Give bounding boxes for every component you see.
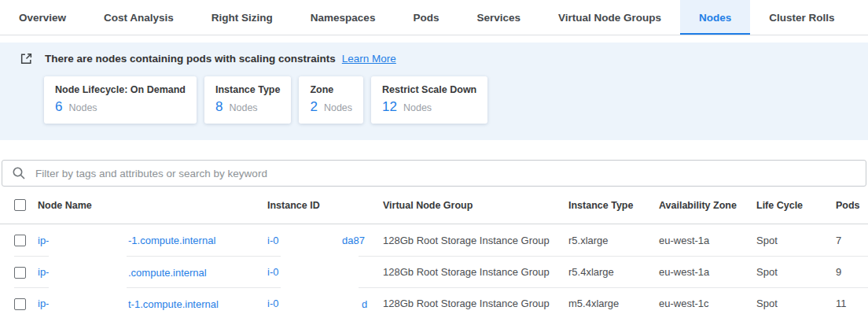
tab-namespaces[interactable]: Namespaces bbox=[292, 0, 395, 35]
cell-virtual-node-group: 128Gb Root Storage Instance Group bbox=[383, 298, 568, 309]
cell-instance-type: r5.4xlarge bbox=[568, 266, 659, 278]
card-count-row: 8Nodes bbox=[215, 99, 280, 115]
redaction-overlay bbox=[341, 286, 359, 290]
card-count: 12 bbox=[382, 99, 397, 115]
summary-card-restrict-scale-down[interactable]: Restrict Scale Down12Nodes bbox=[371, 76, 487, 124]
tab-log[interactable]: Log bbox=[854, 0, 868, 35]
redaction-overlay bbox=[0, 225, 14, 318]
column-header-availability-zone: Availability Zone bbox=[659, 200, 756, 211]
summary-cards: Node Lifecycle: On Demand6NodesInstance … bbox=[44, 76, 868, 124]
node-name-link[interactable]: ip- bbox=[38, 298, 49, 309]
select-all-checkbox[interactable] bbox=[14, 199, 26, 211]
table-body: ip--1.compute.internali-0da87128Gb Root … bbox=[0, 224, 868, 318]
cell-availability-zone: eu-west-1a bbox=[659, 266, 756, 278]
search-icon bbox=[12, 166, 26, 180]
tab-right-sizing[interactable]: Right Sizing bbox=[193, 0, 292, 35]
tab-virtual-node-groups[interactable]: Virtual Node Groups bbox=[539, 0, 680, 35]
cell-instance-type: r5.xlarge bbox=[568, 235, 659, 246]
learn-more-link[interactable]: Learn More bbox=[342, 53, 396, 65]
cell-pods: 9 bbox=[836, 266, 868, 278]
redaction-overlay bbox=[281, 225, 341, 318]
card-title: Node Lifecycle: On Demand bbox=[55, 84, 186, 95]
row-checkbox[interactable] bbox=[14, 298, 26, 310]
cell-pods: 7 bbox=[836, 235, 868, 246]
card-count-row: 6Nodes bbox=[55, 99, 186, 115]
card-title: Instance Type bbox=[215, 84, 280, 95]
card-count-row: 2Nodes bbox=[310, 99, 352, 115]
cell-pods: 11 bbox=[836, 298, 868, 309]
tab-bar: OverviewCost AnalysisRight SizingNamespa… bbox=[0, 0, 868, 35]
column-header-instance-id: Instance ID bbox=[267, 200, 383, 211]
table-row: ip-1.compute.internali-0128Gb Root Stora… bbox=[0, 256, 868, 287]
header-checkbox-cell bbox=[0, 199, 38, 211]
column-header-life-cycle: Life Cycle bbox=[756, 200, 836, 211]
card-unit: Nodes bbox=[68, 102, 97, 113]
cell-life-cycle: Spot bbox=[756, 298, 836, 309]
instance-id-link[interactable]: i-0 bbox=[267, 266, 278, 278]
cell-virtual-node-group: 128Gb Root Storage Instance Group bbox=[383, 235, 568, 246]
cell-life-cycle: Spot bbox=[756, 235, 836, 246]
instance-id-link[interactable]: i-0 bbox=[267, 235, 278, 246]
redaction-overlay bbox=[49, 225, 127, 318]
table-row: ip--1.compute.internali-0da87128Gb Root … bbox=[0, 224, 868, 256]
card-unit: Nodes bbox=[229, 102, 257, 113]
column-header-pods: Pods bbox=[836, 200, 868, 211]
card-unit: Nodes bbox=[403, 102, 432, 113]
cell-virtual-node-group: 128Gb Root Storage Instance Group bbox=[383, 266, 568, 278]
column-header-instance-type: Instance Type bbox=[568, 200, 659, 211]
summary-card-instance-type[interactable]: Instance Type8Nodes bbox=[204, 76, 291, 124]
cell-life-cycle: Spot bbox=[756, 266, 836, 278]
search-input[interactable] bbox=[34, 167, 856, 180]
tab-pods[interactable]: Pods bbox=[394, 0, 458, 35]
cell-availability-zone: eu-west-1a bbox=[659, 235, 756, 246]
column-header-virtual-node-group: Virtual Node Group bbox=[383, 200, 568, 211]
node-name-link[interactable]: -1.compute.internal bbox=[128, 235, 215, 246]
column-header-node-name: Node Name bbox=[38, 200, 267, 211]
tab-services[interactable]: Services bbox=[458, 0, 539, 35]
banner-message: There are nodes containing pods with sca… bbox=[45, 53, 336, 65]
card-count: 8 bbox=[215, 99, 223, 115]
node-name-link[interactable]: ip- bbox=[38, 235, 49, 246]
redaction-overlay bbox=[341, 254, 359, 258]
constraints-banner: There are nodes containing pods with sca… bbox=[0, 43, 868, 65]
row-checkbox[interactable] bbox=[14, 267, 26, 279]
node-name-link[interactable]: .compute.internal bbox=[128, 266, 207, 278]
scaling-constraints-panel: There are nodes containing pods with sca… bbox=[0, 43, 868, 140]
tab-nodes[interactable]: Nodes bbox=[680, 0, 750, 35]
instance-id-link[interactable]: i-0 bbox=[267, 298, 278, 309]
tab-cost-analysis[interactable]: Cost Analysis bbox=[85, 0, 193, 35]
node-name-link[interactable]: t-1.compute.internal bbox=[128, 298, 219, 309]
card-title: Restrict Scale Down bbox=[382, 84, 476, 95]
nodes-table: Node NameInstance IDVirtual Node GroupIn… bbox=[0, 187, 868, 318]
scale-out-icon bbox=[20, 52, 33, 65]
table-header-row: Node NameInstance IDVirtual Node GroupIn… bbox=[0, 187, 868, 224]
row-checkbox[interactable] bbox=[14, 235, 26, 246]
filter-search[interactable] bbox=[2, 160, 866, 187]
summary-card-zone[interactable]: Zone2Nodes bbox=[299, 76, 363, 124]
instance-id-link[interactable]: da87 bbox=[342, 235, 365, 246]
card-count-row: 12Nodes bbox=[382, 99, 476, 115]
instance-id-link[interactable]: d bbox=[362, 298, 367, 309]
cell-availability-zone: eu-west-1c bbox=[659, 298, 756, 309]
summary-card-node-lifecycle-on-demand[interactable]: Node Lifecycle: On Demand6Nodes bbox=[44, 76, 197, 124]
tab-overview[interactable]: Overview bbox=[0, 0, 85, 35]
cell-instance-type: m5.4xlarge bbox=[568, 298, 659, 309]
tab-cluster-rolls[interactable]: Cluster Rolls bbox=[750, 0, 853, 35]
card-count: 6 bbox=[55, 99, 62, 115]
table-row: ip-t-1.compute.internali-0d128Gb Root St… bbox=[0, 287, 868, 318]
card-title: Zone bbox=[310, 84, 352, 95]
card-count: 2 bbox=[310, 99, 317, 115]
card-unit: Nodes bbox=[324, 102, 352, 113]
